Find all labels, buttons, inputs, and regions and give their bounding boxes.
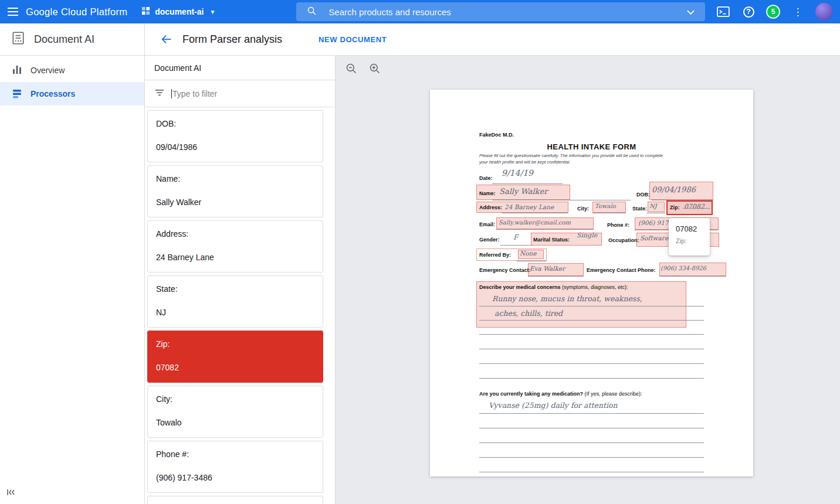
app-root: Google Cloud Platform document-ai ▼ Sear…	[0, 0, 840, 504]
gender-label: Gender:	[479, 237, 500, 243]
field-card-partial[interactable]	[147, 496, 323, 504]
form-line	[479, 413, 704, 414]
sidebar-item-label: Processors	[31, 89, 75, 98]
main-area: Overview Processors Document AI Type to …	[0, 56, 840, 504]
document-ai-icon	[11, 30, 26, 48]
fields-panel-title: Document AI	[145, 56, 335, 80]
name-handwriting: Sally Walker	[499, 187, 547, 196]
search-chevron-icon[interactable]	[687, 6, 695, 17]
topbar-actions: ? 5 ⋮	[716, 3, 840, 21]
question-mark-glyph: ?	[743, 6, 754, 18]
more-vert-icon[interactable]: ⋮	[790, 4, 805, 19]
search-icon	[307, 6, 317, 18]
document-page[interactable]: FakeDoc M.D. HEALTH INTAKE FORM Please f…	[430, 90, 753, 476]
field-tooltip: 07082 Zip:	[669, 218, 710, 256]
filter-input[interactable]: Type to filter	[145, 80, 335, 107]
field-card-zip-selected[interactable]: Zip: 07082	[147, 331, 323, 383]
overview-icon	[12, 64, 22, 77]
field-label: Name:	[156, 174, 314, 183]
form-line	[479, 349, 704, 349]
field-value: 09/04/1986	[156, 142, 314, 152]
field-label: DOB:	[156, 119, 314, 128]
sidebar-item-processors[interactable]: Processors	[0, 82, 144, 105]
field-value: 24 Barney Lane	[156, 253, 314, 262]
form-line	[500, 245, 533, 246]
avatar[interactable]	[815, 3, 833, 21]
product-cell: Document AI	[0, 23, 145, 55]
address-handwriting: 24 Barney Lane	[504, 203, 554, 210]
zip-handwriting: 07082	[684, 203, 704, 210]
doc-clinic-name: FakeDoc M.D.	[479, 132, 514, 138]
brand-logo[interactable]: Google Cloud Platform	[26, 6, 127, 18]
fields-panel: Document AI Type to filter DOB: 09/04/19…	[145, 56, 336, 504]
state-handwriting: NJ	[649, 203, 657, 209]
notifications-badge[interactable]: 5	[766, 5, 780, 19]
field-card-state[interactable]: State: NJ	[147, 275, 323, 328]
zip-label: Zip:	[670, 205, 680, 210]
emergency-contact-label: Emergency Contact:	[479, 267, 531, 273]
referred-by-handwriting: None	[520, 250, 537, 257]
dob-label: DOB:	[636, 192, 650, 197]
field-label: Zip:	[156, 339, 314, 349]
help-icon[interactable]: ?	[741, 4, 756, 19]
phone-label: Phone #:	[607, 222, 629, 228]
concerns-handwriting-line2: aches, chills, tired	[494, 309, 563, 318]
email-label: Email:	[479, 222, 495, 227]
search-bar[interactable]: Search products and resources	[296, 2, 705, 21]
address-label: Address:	[479, 205, 502, 210]
form-line	[479, 428, 704, 428]
form-line	[502, 213, 568, 213]
state-label: State:	[632, 206, 647, 212]
tooltip-label: Zip:	[676, 237, 703, 244]
project-selector[interactable]: document-ai ▼	[141, 6, 215, 17]
field-card-address[interactable]: Address: 24 Barney Lane	[147, 220, 323, 273]
field-card-city[interactable]: City: Towalo	[147, 386, 323, 438]
sidebar-item-overview[interactable]: Overview	[0, 59, 144, 82]
doc-title: HEALTH INTAKE FORM	[430, 142, 753, 151]
field-value: Sally Walker	[156, 197, 314, 207]
field-value: (906) 917-3486	[156, 473, 314, 482]
field-card-phone[interactable]: Phone #: (906) 917-3486	[147, 441, 323, 493]
form-line	[492, 200, 631, 200]
referred-by-label: Referred By:	[479, 252, 511, 258]
form-line	[479, 320, 704, 321]
medication-handwriting: Vyvanse (25mg) daily for attention	[489, 401, 618, 410]
doc-intro-line2: your health profile and will be kept con…	[479, 159, 571, 165]
marital-status-handwriting: Single	[577, 231, 597, 239]
processors-icon	[12, 88, 22, 100]
field-card-name[interactable]: Name: Sally Walker	[147, 165, 323, 217]
form-line	[592, 213, 626, 213]
collapse-sidebar-icon[interactable]	[6, 488, 15, 499]
date-handwriting: 9/14/19	[502, 168, 533, 178]
back-arrow-button[interactable]	[160, 33, 173, 46]
form-line	[479, 442, 704, 443]
field-label: Address:	[156, 229, 314, 239]
product-title: Document AI	[34, 33, 94, 46]
document-viewer: FakeDoc M.D. HEALTH INTAKE FORM Please f…	[336, 56, 840, 504]
field-card-dob[interactable]: DOB: 09/04/1986	[147, 110, 323, 162]
occupation-label: Occupation:	[608, 237, 639, 243]
field-label: State:	[156, 284, 314, 294]
filter-icon	[155, 88, 164, 99]
field-value: Towalo	[156, 418, 314, 427]
form-line	[479, 363, 704, 364]
emergency-phone-handwriting: (906) 334-8926	[661, 265, 706, 271]
zoom-out-icon[interactable]	[346, 63, 357, 77]
field-label: City:	[156, 394, 314, 404]
form-line	[492, 183, 563, 184]
zoom-in-icon[interactable]	[369, 63, 381, 77]
medication-question-rest: (If yes, please describe):	[583, 391, 642, 397]
form-line	[479, 334, 704, 335]
field-value: NJ	[156, 308, 314, 317]
form-line	[479, 472, 704, 472]
chevron-down-icon: ▼	[209, 9, 215, 15]
new-document-button[interactable]: NEW DOCUMENT	[319, 35, 387, 44]
tooltip-value: 07082	[676, 224, 703, 233]
cloud-shell-icon[interactable]	[716, 4, 731, 19]
name-label: Name:	[479, 190, 496, 196]
search-placeholder: Search products and resources	[328, 7, 687, 17]
field-label: Phone #:	[156, 449, 314, 459]
medication-question: Are you currently taking any medication?…	[479, 391, 642, 397]
form-line	[659, 276, 726, 277]
hamburger-menu-icon[interactable]	[0, 8, 26, 16]
